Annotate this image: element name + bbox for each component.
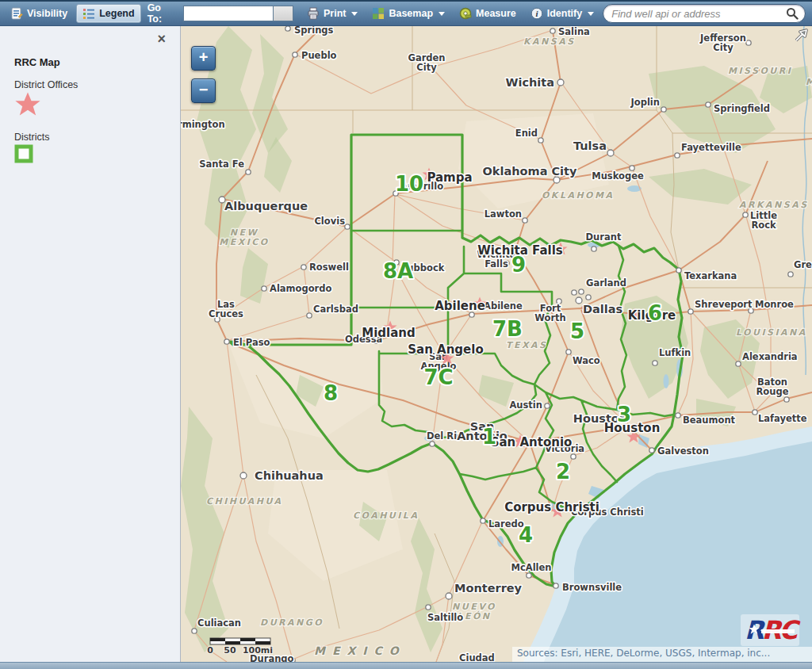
identify-button[interactable]: i Identify	[525, 5, 599, 22]
legend-panel-title: RRC Map	[14, 56, 180, 68]
city-dot	[545, 403, 550, 408]
city-dot	[688, 309, 693, 314]
city-label: BatonRouge	[756, 377, 789, 397]
district-number: 10	[395, 172, 423, 196]
visibility-button[interactable]: Visibility	[5, 5, 73, 22]
district-office-label: San Angelo	[408, 342, 483, 357]
legend-label: Legend	[99, 8, 134, 19]
goto-label: Go To:	[147, 2, 178, 25]
legend-icon	[82, 7, 95, 20]
state-label: MEXICO	[314, 644, 406, 657]
state-label: COAHUILA	[353, 510, 419, 521]
state-label: KANSAS	[523, 36, 576, 47]
city-label: Monroe	[755, 299, 794, 310]
city-dot	[481, 518, 485, 523]
map-attribution: Sources: Esri, HERE, DeLorme, USGS, Inte…	[512, 647, 812, 662]
state-label: CHIHUAHUA	[206, 496, 283, 507]
city-dot	[246, 170, 251, 174]
city-label: Alamogordo	[270, 283, 332, 294]
rrc-logo: RRC	[741, 614, 799, 646]
legend-panel: × RRC Map District Offices Districts	[0, 26, 181, 662]
city-label: Saltillo	[427, 612, 463, 623]
city-dot	[743, 212, 748, 217]
measure-icon	[459, 7, 472, 20]
city-dot	[586, 295, 591, 300]
city-label: Waco	[573, 355, 600, 366]
city-dot	[293, 52, 297, 57]
city-label: Enid	[515, 128, 538, 139]
city-dot	[607, 150, 614, 156]
identify-label: Identify	[547, 8, 582, 19]
city-dot	[240, 472, 247, 479]
basemap-caret-icon	[439, 12, 445, 16]
map-canvas[interactable]: KANSASMISSOURIOKLAHOMAARKANSASNEWMEXICOT…	[181, 26, 812, 662]
district-number: 5	[570, 319, 584, 343]
city-label: LittleRock	[750, 210, 777, 231]
well-search-input[interactable]	[610, 7, 786, 21]
city-dot	[784, 397, 789, 402]
print-label: Print	[324, 8, 346, 19]
search-icon[interactable]	[786, 7, 799, 20]
city-dot	[676, 268, 681, 273]
city-label: Lawton	[485, 208, 522, 220]
expand-map-icon[interactable]	[794, 29, 808, 43]
city-label: Fayetteville	[681, 142, 741, 153]
scale-label: 100mi	[243, 645, 273, 656]
districts-square-icon	[14, 144, 33, 163]
city-label: Oklahoma City	[483, 165, 577, 178]
city-dot	[345, 224, 350, 229]
city-label: Wichita	[505, 76, 554, 89]
zoom-in-button[interactable]: +	[191, 46, 216, 71]
state-label: LOUISIANA	[736, 327, 807, 338]
city-label: Lufkin	[659, 347, 691, 358]
city-dot	[566, 350, 571, 354]
city-dot	[430, 442, 435, 446]
goto-input[interactable]	[183, 6, 273, 21]
city-dot	[675, 153, 680, 158]
city-dot	[523, 218, 527, 223]
city-dot	[576, 297, 582, 304]
basemap-button[interactable]: Basemap	[366, 5, 450, 22]
scale-label: 50	[224, 645, 236, 656]
city-label: Ciudad	[459, 652, 495, 662]
zoom-out-button[interactable]: −	[191, 78, 216, 103]
city-label: Springfield	[714, 103, 770, 114]
city-label: Lafayette	[758, 413, 807, 424]
legend-button[interactable]: Legend	[76, 4, 140, 23]
city-dot	[527, 573, 531, 578]
legend-item-district-offices: District Offices	[14, 79, 180, 120]
district-office-label: Midland	[362, 326, 416, 340]
district-offices-star-icon	[14, 92, 41, 117]
city-label: Springs	[294, 26, 334, 36]
city-dot	[224, 339, 229, 344]
city-label: Clovis	[314, 216, 345, 227]
legend-item-districts: Districts	[14, 132, 180, 166]
city-label: Monterrey	[454, 582, 523, 594]
city-dot	[192, 629, 197, 633]
city-dot	[746, 40, 751, 45]
city-label: Chihuahua	[255, 469, 324, 482]
state-label: DURANGO	[260, 617, 324, 628]
city-label: Texarkana	[684, 270, 737, 281]
identify-caret-icon	[588, 12, 594, 16]
city-dot	[753, 410, 757, 415]
city-dot	[307, 313, 312, 318]
rrc-map-viewer: Visibility Legend Go To: Print Basemap M…	[0, 0, 812, 669]
scale-bar	[210, 638, 270, 644]
district-number: 8	[324, 381, 338, 405]
measure-button[interactable]: Measure	[454, 5, 522, 22]
district-number: 7B	[492, 317, 523, 341]
city-label: Abilene	[484, 300, 523, 312]
city-label: Garland	[586, 277, 626, 289]
city-label: Santa Fe	[199, 159, 244, 170]
city-dot	[262, 286, 266, 291]
print-icon	[307, 7, 320, 20]
print-button[interactable]: Print	[301, 5, 363, 22]
content-area: × RRC Map District Offices Districts	[0, 26, 812, 662]
legend-label-districts: Districts	[14, 132, 180, 143]
city-label: McAllen	[511, 562, 551, 573]
city-dot	[301, 265, 306, 270]
close-panel-button[interactable]: ×	[152, 31, 170, 47]
city-label: Galveston	[657, 445, 709, 457]
city-label: Albuquerque	[224, 200, 308, 212]
